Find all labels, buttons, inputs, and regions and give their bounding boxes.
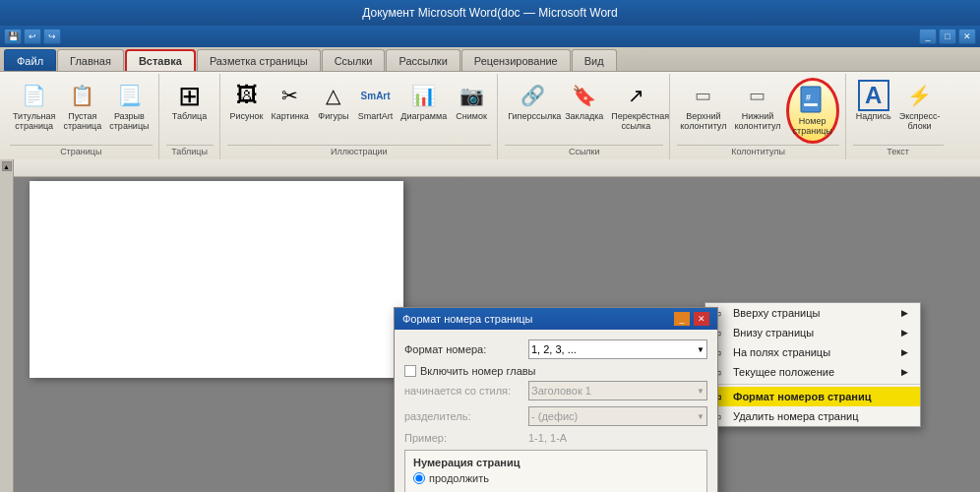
pagenumber-icon: #: [797, 85, 828, 116]
btn-screenshot[interactable]: 📷 Снимок: [452, 78, 491, 124]
example-label: Пример:: [404, 432, 522, 444]
btn-clip[interactable]: ✂ Картинка: [269, 78, 312, 124]
pages-buttons: 📄 Титульнаястраница 📋 Пустаястраница 📃 Р…: [10, 76, 153, 145]
ribbon-group-tables: ⊞ Таблица Таблицы: [160, 74, 220, 159]
separator-value: - (дефис): [531, 410, 578, 422]
menu-item-bottom[interactable]: ▭ Внизу страницы ▶: [705, 323, 920, 342]
include-chapter-label: Включить номер главы: [420, 365, 538, 377]
scroll-up[interactable]: ▲: [2, 161, 12, 171]
menu-item-top[interactable]: ▭ Вверху страницы ▶: [705, 303, 920, 323]
dialog-title-bar: Формат номера страницы _ ✕: [395, 308, 717, 330]
header-icon: ▭: [688, 80, 719, 111]
btn-shapes[interactable]: △ Фигуры: [314, 78, 353, 124]
ribbon-tab-row: Файл Главная Вставка Разметка страницы С…: [0, 47, 980, 71]
btn-footer[interactable]: ▭ Нижнийколонтитул: [731, 78, 783, 134]
startswith-value: Заголовок 1: [531, 385, 591, 397]
quick-access-toolbar: 💾 ↩ ↪ _ □ ✕: [0, 26, 980, 47]
ribbon-group-links: 🔗 Гиперссылка 🔖 Закладка ↗ Перекрёстнаяс…: [499, 74, 670, 159]
tab-mailings[interactable]: Рассылки: [386, 49, 459, 71]
menu-item-currentpos[interactable]: ▭ Текущее положение ▶: [705, 362, 920, 382]
btn-picture[interactable]: 🖼 Рисунок: [227, 78, 267, 124]
document-page: [30, 181, 403, 378]
hf-group-label: Колонтитулы: [677, 145, 838, 157]
menu-top-label: Вверху страницы: [733, 307, 820, 319]
format-select-arrow: ▼: [697, 345, 704, 354]
ribbon-group-pages: 📄 Титульнаястраница 📋 Пустаястраница 📃 Р…: [4, 74, 159, 159]
separator-label: разделитель:: [404, 410, 522, 422]
shapes-icon: △: [318, 80, 349, 111]
pagenumbering-title: Нумерация страниц: [413, 457, 699, 468]
tab-file[interactable]: Файл: [4, 49, 56, 71]
continue-label: продолжить: [429, 472, 547, 484]
qa-save[interactable]: 💾: [4, 29, 22, 44]
pagebreak-icon: 📃: [113, 80, 145, 111]
btn-express[interactable]: ⚡ Экспресс-блоки: [896, 78, 944, 134]
dialog-minimize[interactable]: _: [674, 312, 690, 326]
svg-rect-1: [804, 103, 818, 106]
express-icon: ⚡: [904, 80, 936, 111]
btn-smartart[interactable]: SmArt SmartArt: [355, 78, 397, 124]
btn-header[interactable]: ▭ Верхнийколонтитул: [677, 78, 729, 134]
blank-icon: 📋: [67, 80, 98, 111]
table-icon: ⊞: [174, 80, 206, 111]
tab-pagelayout[interactable]: Разметка страницы: [197, 49, 321, 71]
menu-item-margin[interactable]: ▭ На полях страницы ▶: [705, 342, 920, 362]
illus-buttons: 🖼 Рисунок ✂ Картинка △ Фигуры SmArt Smar…: [227, 76, 492, 145]
hyperlink-icon: 🔗: [517, 80, 548, 111]
btn-textbox[interactable]: A Надпись: [853, 78, 894, 124]
hf-buttons: ▭ Верхнийколонтитул ▭ Нижнийколонтитул #: [677, 76, 838, 145]
chart-icon: 📊: [408, 80, 440, 111]
tab-insert[interactable]: Вставка: [125, 49, 196, 71]
qa-max[interactable]: □: [939, 29, 956, 44]
links-buttons: 🔗 Гиперссылка 🔖 Закладка ↗ Перекрёстнаяс…: [505, 76, 663, 145]
tab-view[interactable]: Вид: [572, 49, 617, 71]
text-buttons: A Надпись ⚡ Экспресс-блоки: [853, 76, 944, 145]
continue-radio[interactable]: [413, 472, 425, 484]
svg-text:#: #: [806, 92, 811, 102]
picture-icon: 🖼: [231, 80, 263, 111]
menu-currentpos-arrow: ▶: [901, 367, 908, 377]
btn-crossref[interactable]: ↗ Перекрёстнаяссылка: [608, 78, 663, 134]
btn-table[interactable]: ⊞ Таблица: [166, 78, 214, 124]
format-select-value: 1, 2, 3, ...: [531, 343, 577, 355]
qa-min[interactable]: _: [919, 29, 937, 44]
title-bar: Документ Microsoft Word(doc — Microsoft …: [0, 0, 980, 26]
separator-arrow: ▼: [697, 412, 704, 421]
btn-pagenumber[interactable]: # Номерстраницы: [786, 78, 839, 144]
left-scroll[interactable]: ▲: [0, 159, 14, 492]
include-chapter-row: Включить номер главы: [404, 365, 707, 377]
tab-links[interactable]: Ссылки: [322, 49, 386, 71]
footer-icon: ▭: [742, 80, 773, 111]
menu-margin-arrow: ▶: [901, 347, 908, 357]
format-pagenumber-dialog: Формат номера страницы _ ✕ Формат номера…: [394, 307, 718, 492]
tables-group-label: Таблицы: [166, 145, 214, 157]
menu-item-format[interactable]: ▭ Формат номеров страниц: [705, 387, 920, 406]
btn-cover[interactable]: 📄 Титульнаястраница: [10, 78, 58, 134]
dialog-title-buttons: _ ✕: [674, 312, 709, 326]
menu-item-remove[interactable]: ▭ Удалить номера страниц: [705, 406, 920, 426]
include-chapter-checkbox[interactable]: [404, 365, 416, 377]
textbox-icon: A: [858, 80, 889, 111]
qa-undo[interactable]: ↩: [24, 29, 41, 44]
links-group-label: Ссылки: [505, 145, 663, 157]
dialog-close[interactable]: ✕: [694, 312, 709, 326]
qa-close[interactable]: ✕: [958, 29, 976, 44]
startswith-arrow: ▼: [697, 387, 704, 396]
qa-redo[interactable]: ↪: [43, 29, 61, 44]
menu-bottom-label: Внизу страницы: [733, 327, 814, 338]
btn-blank[interactable]: 📋 Пустаястраница: [60, 78, 104, 134]
btn-pagebreak[interactable]: 📃 Разрывстраницы: [106, 78, 152, 134]
continue-row: продолжить: [413, 472, 699, 484]
btn-chart[interactable]: 📊 Диаграмма: [398, 78, 450, 124]
app-wrapper: Документ Microsoft Word(doc — Microsoft …: [0, 0, 980, 492]
tab-home[interactable]: Главная: [57, 49, 124, 71]
btn-bookmark[interactable]: 🔖 Закладка: [562, 78, 606, 124]
btn-hyperlink[interactable]: 🔗 Гиперссылка: [505, 78, 560, 124]
smartart-icon: SmArt: [360, 80, 392, 111]
menu-margin-label: На полях страницы: [733, 346, 830, 358]
format-select[interactable]: 1, 2, 3, ... ▼: [528, 339, 707, 359]
menu-top-arrow: ▶: [901, 308, 908, 318]
tab-review[interactable]: Рецензирование: [461, 49, 571, 71]
tables-buttons: ⊞ Таблица: [166, 76, 214, 145]
startswith-label: начинается со стиля:: [404, 385, 522, 397]
